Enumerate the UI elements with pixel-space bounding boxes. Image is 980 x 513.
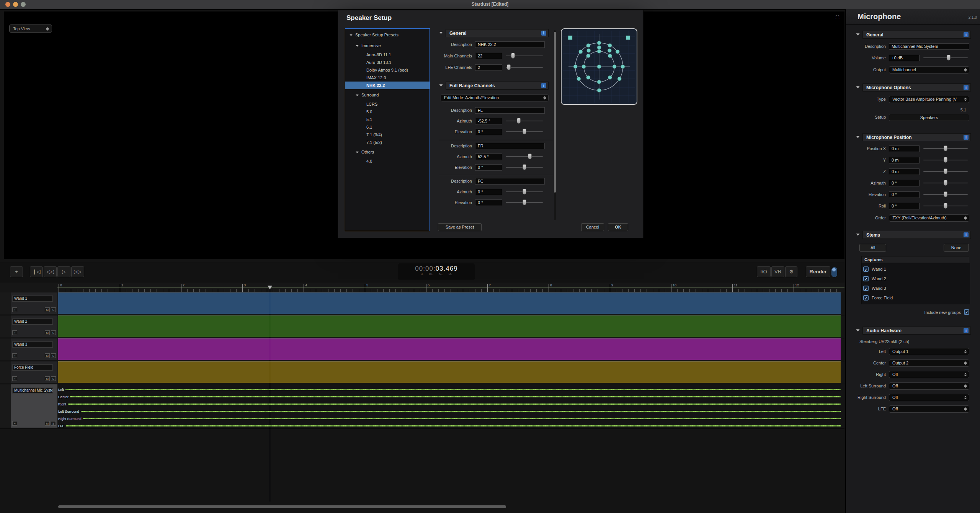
track-add-button[interactable]: +	[12, 330, 17, 335]
collapse-triangle-icon[interactable]	[856, 86, 860, 88]
value-input[interactable]: 2	[475, 64, 502, 71]
preset-item[interactable]: IMAX 12.0	[345, 74, 430, 82]
position-slider[interactable]	[923, 180, 968, 186]
waveform-lane[interactable]: Right	[58, 400, 841, 408]
audio-clip[interactable]	[58, 361, 841, 383]
channel-description-input[interactable]: FR	[475, 143, 545, 149]
position-value-input[interactable]: 0 °	[889, 180, 920, 186]
channel-value-slider[interactable]	[506, 118, 543, 124]
capture-checkbox[interactable]: ✓	[863, 276, 869, 281]
audio-clip[interactable]	[58, 292, 841, 314]
slider-thumb[interactable]	[523, 129, 526, 134]
fast-forward-button[interactable]: ▷▷	[71, 266, 84, 277]
hardware-output-dropdown[interactable]: Off	[889, 394, 969, 401]
position-slider[interactable]	[923, 157, 968, 163]
channel-value-slider[interactable]	[506, 129, 543, 135]
channel-value-slider[interactable]	[506, 154, 543, 160]
track-name-input[interactable]: Wand 2	[12, 319, 53, 325]
rewind-button[interactable]: ◁◁	[44, 266, 57, 277]
save-as-preset-button[interactable]: Save as Preset	[438, 223, 482, 231]
track-add-button[interactable]: +	[12, 421, 17, 426]
preset-item[interactable]: 5.1	[345, 116, 430, 123]
mute-button[interactable]: M	[45, 421, 50, 426]
add-object-button[interactable]: +	[10, 266, 23, 277]
waveform-lane[interactable]: Center	[58, 393, 841, 400]
mute-button[interactable]: M	[45, 330, 50, 335]
track-add-button[interactable]: +	[12, 307, 17, 312]
hardware-output-dropdown[interactable]: Off	[889, 405, 969, 413]
preset-item[interactable]: LCRS	[345, 100, 430, 108]
channel-value-input[interactable]: 0 °	[475, 199, 502, 206]
mic-output-dropdown[interactable]: Multichannel	[889, 66, 969, 74]
slider-thumb[interactable]	[523, 164, 526, 170]
render-toggle[interactable]	[831, 267, 837, 277]
playhead-line[interactable]	[270, 286, 270, 502]
go-to-start-button[interactable]: ❙◁	[30, 266, 43, 277]
track-header[interactable]: Force Field+MS	[11, 361, 57, 383]
mute-button[interactable]: M	[45, 376, 50, 381]
play-button[interactable]: ▷	[57, 266, 70, 277]
rotation-order-dropdown[interactable]: ZXY (Roll/Elevation/Azimuth)	[889, 214, 969, 222]
track-header[interactable]: Wand 3+MS	[11, 338, 57, 360]
channel-description-input[interactable]: FL	[475, 107, 545, 114]
channel-description-input[interactable]: FC	[475, 178, 545, 185]
waveform-lane[interactable]: Left Surround	[58, 408, 841, 415]
track-header[interactable]: Multichannel Mic Syste+MS	[11, 384, 57, 428]
channel-value-input[interactable]: 0 °	[475, 129, 502, 135]
info-icon[interactable]: i	[964, 232, 969, 237]
info-icon[interactable]: i	[964, 328, 969, 333]
channel-value-slider[interactable]	[506, 199, 543, 206]
mic-volume-slider[interactable]	[923, 55, 968, 61]
track-name-input[interactable]: Wand 1	[12, 296, 53, 302]
preset-item[interactable]: NHK 22.2	[345, 82, 430, 89]
hardware-output-dropdown[interactable]: Output 2	[889, 359, 969, 367]
value-input[interactable]: 22	[475, 53, 502, 59]
mic-volume-input[interactable]: +0 dB	[889, 55, 920, 61]
slider-thumb[interactable]	[944, 203, 947, 209]
waveform-lane[interactable]: LFE	[58, 422, 841, 430]
preset-item[interactable]: 7.1 (5/2)	[345, 139, 430, 146]
preset-item[interactable]: 4.0	[345, 157, 430, 165]
preset-item[interactable]: Auro-3D 11.1	[345, 51, 430, 59]
waveform-lane[interactable]: Right Surround	[58, 415, 841, 422]
dialog-scrollbar-thumb[interactable]	[554, 32, 556, 193]
hardware-output-dropdown[interactable]: Off	[889, 371, 969, 378]
stems-all-button[interactable]: All	[859, 244, 886, 252]
hardware-output-dropdown[interactable]: Output 1	[889, 348, 969, 355]
edit-mode-dropdown[interactable]: Edit Mode: Azimuth/Elevation	[441, 94, 549, 101]
collapse-triangle-icon[interactable]	[856, 33, 860, 35]
capture-checkbox[interactable]: ✓	[863, 295, 869, 301]
position-slider[interactable]	[923, 191, 968, 198]
channel-value-input[interactable]: 52.5 °	[475, 154, 502, 160]
slider-thumb[interactable]	[523, 199, 526, 205]
playhead-marker[interactable]	[268, 286, 272, 289]
info-icon[interactable]: i	[964, 135, 969, 140]
render-button[interactable]: Render	[806, 266, 830, 277]
io-button[interactable]: I/O	[757, 266, 771, 277]
info-icon[interactable]: i	[964, 32, 969, 37]
view-selector-dropdown[interactable]: Top View	[9, 25, 52, 33]
collapse-triangle-icon[interactable]	[856, 136, 860, 138]
preset-item[interactable]: 7.1 (3/4)	[345, 131, 430, 139]
slider-thumb[interactable]	[944, 145, 947, 151]
hardware-output-dropdown[interactable]: Off	[889, 382, 969, 390]
preset-item[interactable]: Auro-3D 13.1	[345, 59, 430, 66]
collapse-triangle-icon[interactable]	[439, 84, 443, 86]
vr-button[interactable]: VR	[771, 266, 784, 277]
timecode-display[interactable]: 00:00:03.469 HrMinSecMs	[398, 263, 475, 280]
solo-button[interactable]: S	[51, 421, 56, 426]
track-name-input[interactable]: Force Field	[12, 364, 53, 371]
track-header[interactable]: Wand 2+MS	[11, 315, 57, 337]
horizontal-scrollbar[interactable]	[58, 505, 506, 508]
settings-button[interactable]: ⚙	[785, 266, 797, 277]
solo-button[interactable]: S	[51, 330, 56, 335]
cancel-button[interactable]: Cancel	[581, 223, 604, 231]
waveform-lane[interactable]: Left	[58, 386, 841, 393]
mic-description-input[interactable]: Multichannel Mic System	[889, 43, 969, 50]
collapse-triangle-icon[interactable]	[856, 329, 860, 331]
slider-thumb[interactable]	[511, 53, 515, 59]
track-name-input[interactable]: Multichannel Mic Syste	[12, 387, 53, 394]
position-value-input[interactable]: 0 °	[889, 191, 920, 198]
info-icon[interactable]: i	[541, 83, 546, 88]
channel-value-input[interactable]: 0 °	[475, 164, 502, 171]
